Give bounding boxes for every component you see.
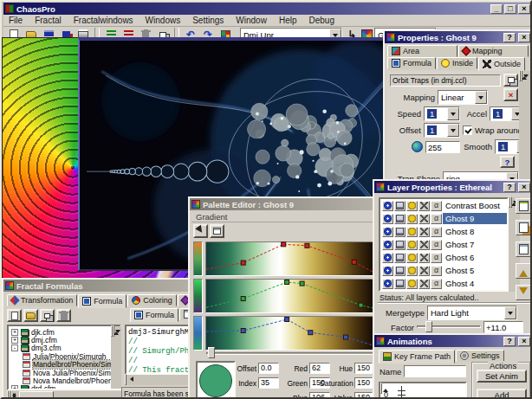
animations-titlebar[interactable]: Animations ? × xyxy=(374,335,532,347)
mergetype-select-arrow[interactable] xyxy=(504,306,516,319)
mapping-select[interactable]: Linear xyxy=(438,90,488,105)
tree-item[interactable]: Mandelbrot/Phoenix/Simurgh xyxy=(9,361,120,369)
tree-expand-toggle[interactable]: - xyxy=(11,344,18,351)
palette-value-input[interactable]: 150 xyxy=(354,392,373,399)
properties-titlebar[interactable]: Properties : Ghost 9 ? × xyxy=(385,31,532,43)
tab-coloring[interactable]: Coloring xyxy=(127,294,177,306)
tree-expand-toggle[interactable]: + xyxy=(11,385,18,390)
mapping-select-arrow[interactable] xyxy=(475,91,487,104)
layer-render-icon-button[interactable] xyxy=(394,253,405,263)
gradient-control-point[interactable] xyxy=(359,303,363,307)
layer-alpha-icon-button[interactable]: α xyxy=(431,201,442,211)
layer-properties-titlebar[interactable]: Layer Properties : Ethereal ? × xyxy=(374,181,532,193)
timeline-cursor[interactable] xyxy=(401,386,402,399)
gradient-control-point[interactable] xyxy=(305,243,309,248)
trap-color-input[interactable]: 255 xyxy=(425,141,460,153)
delete-formula-button[interactable] xyxy=(56,309,71,322)
speed-select[interactable]: 1 xyxy=(424,106,460,121)
new-formula-button[interactable] xyxy=(7,309,22,322)
animations-close-button[interactable]: × xyxy=(518,337,530,346)
pointer-tool-button[interactable] xyxy=(193,224,208,238)
factor-input[interactable]: +11.0 xyxy=(483,321,523,333)
menu-debug[interactable]: Debug xyxy=(308,16,334,25)
layer-row[interactable]: αGhost 6 xyxy=(380,251,507,264)
green-channel-curve[interactable] xyxy=(206,280,374,312)
properties-close-button[interactable]: × xyxy=(518,33,530,42)
main-titlebar[interactable]: ChaosPro _□× xyxy=(3,3,532,15)
palette-hue-input[interactable]: 150 xyxy=(354,363,373,374)
layer-alpha-icon-button[interactable]: α xyxy=(431,266,442,276)
tree-item[interactable]: Nova Julia/Phoenix/Simurgh xyxy=(9,369,120,376)
tab-settings[interactable]: Settings xyxy=(456,350,504,362)
scroll-down-icon[interactable] xyxy=(510,196,512,208)
tree-item[interactable]: Julia/Phoenix/Simurgh xyxy=(9,352,120,360)
layer-paint-icon-button[interactable] xyxy=(406,253,418,263)
blue-channel-gradient[interactable] xyxy=(205,316,375,351)
layer-delete-icon-button[interactable] xyxy=(418,279,430,289)
gradient-control-point[interactable] xyxy=(285,318,289,322)
layer-visibility-icon-button[interactable] xyxy=(382,201,393,211)
set-anim-button[interactable]: Set Anim xyxy=(477,370,527,383)
anim-name-input[interactable] xyxy=(404,365,466,377)
layer-visibility-icon-button[interactable] xyxy=(382,240,393,250)
tree-item[interactable]: +djk.cfm xyxy=(9,328,120,336)
layer-paint-icon-button[interactable] xyxy=(406,279,418,289)
remove-formula-button[interactable]: × xyxy=(503,88,518,101)
window-maximize-button[interactable]: □ xyxy=(504,4,516,14)
palette-saturation-input[interactable]: 150 xyxy=(354,377,373,389)
gradient-control-point[interactable] xyxy=(308,331,313,335)
menu-window[interactable]: Window xyxy=(236,16,267,25)
scroll-thumb[interactable] xyxy=(19,391,54,399)
layer-row[interactable]: αGhost 7 xyxy=(380,238,507,251)
layer-row[interactable]: αGhost 8 xyxy=(380,225,507,238)
layer-alpha-icon-button[interactable]: α xyxy=(431,214,442,224)
layer-row[interactable]: αGhost 5 xyxy=(380,264,507,277)
gradient-control-point[interactable] xyxy=(282,242,286,247)
gradient-control-point[interactable] xyxy=(352,260,356,264)
layer-paint-icon-button[interactable] xyxy=(406,240,418,250)
blue-channel-curve[interactable] xyxy=(206,317,374,350)
gradient-control-point[interactable] xyxy=(344,335,348,339)
menu-fractal[interactable]: Fractal xyxy=(35,16,62,25)
red-channel-curve[interactable] xyxy=(206,242,374,275)
scroll-down-icon[interactable] xyxy=(113,325,114,337)
layer-delete-icon-button[interactable] xyxy=(418,240,430,250)
tab-area[interactable]: Area xyxy=(387,45,457,57)
tab-transformation[interactable]: Transformation xyxy=(7,294,77,306)
layer-alpha-icon-button[interactable]: α xyxy=(431,227,442,237)
layer-row[interactable]: αGhost 4 xyxy=(380,277,507,290)
tab-outside[interactable]: Outside xyxy=(478,57,525,71)
layer-delete-icon-button[interactable] xyxy=(418,201,430,211)
layer-paint-icon-button[interactable] xyxy=(406,266,418,276)
scroll-up-icon[interactable] xyxy=(380,383,382,394)
menu-fractalwindows[interactable]: Fractalwindows xyxy=(74,16,133,25)
layer-paint-icon-button[interactable] xyxy=(406,214,418,224)
gradient-control-point[interactable] xyxy=(300,281,304,286)
layer-visibility-icon-button[interactable] xyxy=(382,266,393,276)
gradient-position-slider[interactable] xyxy=(206,347,376,359)
red-channel-gradient[interactable] xyxy=(205,241,375,276)
tree-expand-toggle[interactable]: + xyxy=(11,329,18,336)
palette-editor-titlebar[interactable]: Palette Editor : Ghost 9 xyxy=(190,198,376,210)
keyframe-timeline[interactable]: 0 xyxy=(379,382,467,399)
open-formula-button[interactable] xyxy=(23,309,38,322)
scroll-down-icon[interactable] xyxy=(521,70,522,81)
properties-scrollbar[interactable] xyxy=(519,71,530,183)
tree-item[interactable]: +dmj.cfm xyxy=(9,336,120,344)
layer-delete-icon-button[interactable] xyxy=(418,253,430,263)
tab-mapping[interactable]: Mapping xyxy=(458,45,529,57)
scroll-left-icon[interactable] xyxy=(125,374,127,385)
move-layer-up-button[interactable] xyxy=(516,263,531,279)
tree-item[interactable]: Nova Mandelbrot/Phoenix/Sin xyxy=(9,376,120,384)
layer-delete-icon-button[interactable] xyxy=(418,266,430,276)
tab-formula[interactable]: Formula xyxy=(387,57,436,69)
animations-help-button[interactable]: ? xyxy=(503,337,516,346)
trap-help-button[interactable]: ? xyxy=(500,156,515,168)
layer-visibility-icon-button[interactable] xyxy=(382,253,393,263)
layer-alpha-icon-button[interactable]: α xyxy=(431,240,442,250)
menu-help[interactable]: Help xyxy=(279,16,297,25)
gradient-control-point[interactable] xyxy=(241,297,245,301)
formula-code-editor[interactable]: dmj3-SimurghM//// Simurgh/Ph//// This fr… xyxy=(125,325,198,375)
mergetype-select[interactable]: Hard Light xyxy=(427,306,517,320)
layer-render-icon-button[interactable] xyxy=(394,227,405,237)
